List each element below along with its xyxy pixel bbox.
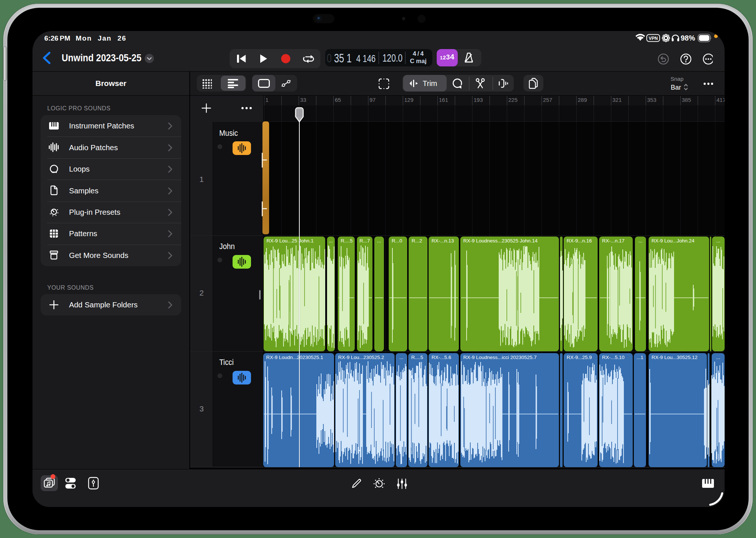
- svg-text:98%: 98%: [681, 34, 695, 42]
- svg-text:VPN: VPN: [649, 36, 658, 41]
